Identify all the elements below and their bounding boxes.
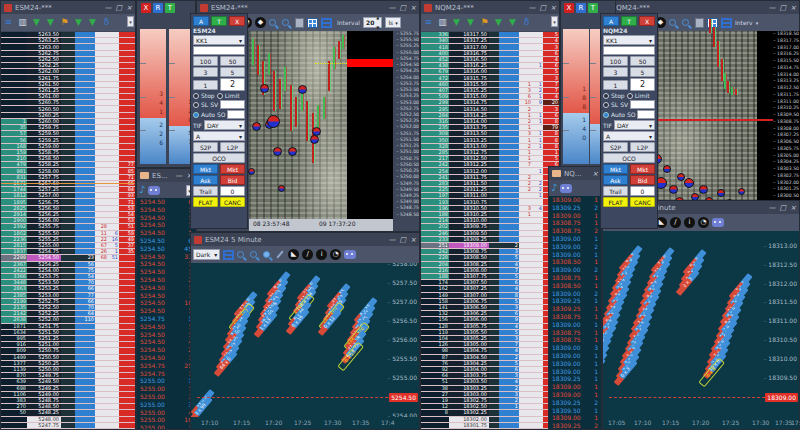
qty-50-button[interactable]: 50 bbox=[630, 56, 655, 66]
ask-cell[interactable] bbox=[119, 348, 135, 353]
ask-cell[interactable] bbox=[119, 311, 135, 316]
ask-cell[interactable]: 51 bbox=[119, 224, 135, 229]
bid-cell[interactable] bbox=[499, 156, 519, 161]
bid-cell[interactable] bbox=[499, 218, 519, 223]
oco-button[interactable]: OCO bbox=[193, 153, 245, 163]
zoom-out-icon[interactable] bbox=[682, 19, 689, 26]
flatten-button[interactable]: FLAT bbox=[603, 197, 628, 207]
ask-cell[interactable] bbox=[119, 75, 135, 80]
bid-cell[interactable]: 6 bbox=[499, 280, 519, 285]
bid-cell[interactable]: 3 bbox=[499, 392, 519, 397]
columns-icon[interactable]: ▥ bbox=[437, 17, 448, 28]
zoom-out-icon[interactable] bbox=[282, 19, 289, 26]
bid-cell[interactable] bbox=[499, 231, 519, 236]
qty-1-button[interactable]: 1 bbox=[603, 80, 628, 90]
export-icon[interactable]: ▼ bbox=[493, 17, 504, 28]
ask-cell[interactable] bbox=[119, 82, 135, 87]
es-footprint-chart[interactable]: 5258.005257.505257.005256.505256.005255.… bbox=[191, 263, 419, 417]
bid-cell[interactable]: 3 bbox=[499, 249, 519, 254]
preset-select[interactable]: KK1▾ bbox=[603, 35, 655, 45]
building-icon[interactable] bbox=[695, 18, 704, 28]
bid-cell[interactable]: 1 bbox=[499, 404, 519, 409]
trade-toggle-button[interactable]: T bbox=[621, 16, 637, 26]
bid-cell[interactable] bbox=[499, 144, 519, 149]
bid-cell[interactable]: 23 bbox=[75, 255, 95, 260]
bid-cell[interactable] bbox=[75, 63, 95, 68]
bid-cell[interactable] bbox=[499, 193, 519, 198]
audio-icon[interactable]: ♪ bbox=[551, 182, 557, 194]
bid-cell[interactable]: 66 bbox=[75, 299, 95, 304]
bid-cell[interactable] bbox=[75, 150, 95, 155]
toolbar-overflow-dropdown[interactable]: ▾ bbox=[127, 16, 134, 27]
ask-cell[interactable]: 6 bbox=[543, 51, 559, 56]
ask-cell[interactable]: 71 bbox=[119, 175, 135, 180]
limit-radio[interactable] bbox=[217, 93, 223, 99]
bid-cell[interactable] bbox=[499, 51, 519, 56]
ask-cell[interactable] bbox=[119, 44, 135, 49]
ask-cell[interactable] bbox=[119, 100, 135, 105]
ask-cell[interactable] bbox=[119, 262, 135, 267]
flag-icon[interactable]: ⚑ bbox=[479, 17, 490, 28]
bid-cell[interactable] bbox=[499, 38, 519, 43]
ask-cell[interactable]: 4 bbox=[543, 94, 559, 99]
ask-cell[interactable]: 4 bbox=[543, 57, 559, 62]
ask-cell[interactable] bbox=[119, 398, 135, 403]
bid-cell[interactable]: 5 bbox=[499, 330, 519, 335]
export-icon[interactable]: ▼ bbox=[31, 17, 42, 28]
sl-radio[interactable] bbox=[603, 102, 609, 108]
bid-cell[interactable] bbox=[75, 193, 95, 198]
ask-cell[interactable] bbox=[119, 113, 135, 118]
export-icon[interactable]: ▼ bbox=[465, 17, 476, 28]
bid-cell[interactable] bbox=[75, 330, 95, 335]
export-icon[interactable]: ▼ bbox=[73, 17, 84, 28]
ladder-icon[interactable] bbox=[321, 18, 332, 28]
delta-icon[interactable]: δ bbox=[101, 17, 112, 28]
ask-cell[interactable] bbox=[119, 94, 135, 99]
info-icon[interactable]: i bbox=[684, 217, 695, 228]
bid-cell[interactable]: 3 bbox=[499, 336, 519, 341]
ask-cell[interactable] bbox=[119, 69, 135, 74]
es-foot-titlebar[interactable]: ESM24 5 Minute —□× bbox=[191, 233, 419, 246]
ask-cell[interactable] bbox=[119, 119, 135, 124]
grid-icon[interactable] bbox=[307, 18, 318, 28]
interval-dropdown-arrow[interactable]: ▾ bbox=[756, 20, 759, 26]
export-icon[interactable]: ▼ bbox=[507, 17, 518, 28]
trade-toggle-button[interactable]: T bbox=[211, 16, 227, 26]
ask-cell[interactable] bbox=[119, 293, 135, 298]
ask-cell[interactable] bbox=[119, 63, 135, 68]
ask-cell[interactable] bbox=[119, 274, 135, 279]
stop-radio[interactable] bbox=[193, 93, 199, 99]
draw-icon[interactable]: ∕ bbox=[302, 249, 313, 260]
bid-cell[interactable] bbox=[499, 75, 519, 80]
bid-cell[interactable] bbox=[75, 131, 95, 136]
ask-cell[interactable] bbox=[119, 286, 135, 291]
ask-cell[interactable] bbox=[119, 38, 135, 43]
bid-cell[interactable] bbox=[499, 168, 519, 173]
bid-cell[interactable]: 64 bbox=[75, 311, 95, 316]
discord-icon[interactable] bbox=[712, 218, 724, 227]
bid-cell[interactable] bbox=[75, 398, 95, 403]
ask-cell[interactable]: 5 bbox=[543, 69, 559, 74]
bid-cell[interactable]: 8 bbox=[499, 293, 519, 298]
so-input[interactable] bbox=[227, 110, 245, 119]
bid-cell[interactable] bbox=[75, 243, 95, 248]
route-select[interactable]: A▾ bbox=[603, 131, 655, 141]
ask-cell[interactable] bbox=[119, 88, 135, 93]
ask-cell[interactable] bbox=[119, 336, 135, 341]
bid-cell[interactable]: 75 bbox=[75, 268, 95, 273]
discord-icon[interactable] bbox=[148, 186, 160, 195]
interval-unit-select[interactable]: ls▾ bbox=[385, 17, 400, 28]
qty-3-button[interactable]: 3 bbox=[603, 67, 628, 77]
ladder-icon[interactable]: ≡ bbox=[3, 17, 14, 28]
bid-cell[interactable]: 6 bbox=[499, 367, 519, 372]
zoom-in-icon[interactable] bbox=[669, 19, 676, 26]
bid-cell[interactable] bbox=[499, 181, 519, 186]
bid-cell[interactable] bbox=[499, 137, 519, 142]
ask-cell[interactable] bbox=[119, 355, 135, 360]
bid-cell[interactable] bbox=[499, 206, 519, 211]
clock-icon[interactable]: ◔ bbox=[698, 217, 709, 228]
ask-cell[interactable]: 49 bbox=[119, 237, 135, 242]
bid-cell[interactable]: 66 bbox=[75, 286, 95, 291]
es-heatmap-canvas[interactable] bbox=[249, 31, 347, 219]
ask-cell[interactable]: 53 bbox=[119, 206, 135, 211]
